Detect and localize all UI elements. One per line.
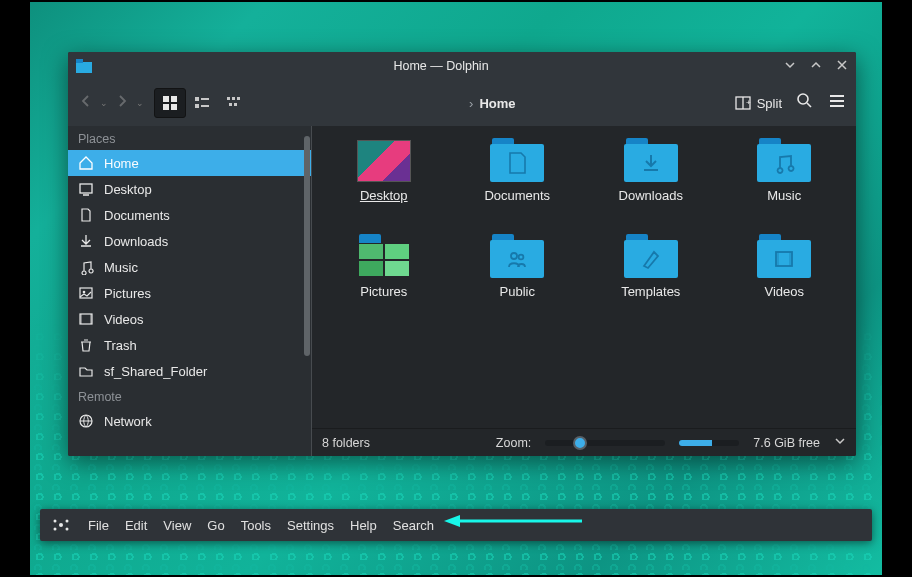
svg-rect-8	[195, 104, 199, 108]
sidebar-item-music[interactable]: Music	[68, 254, 311, 280]
breadcrumb-home[interactable]: Home	[479, 96, 515, 111]
folder-public[interactable]: Public	[454, 234, 582, 330]
sidebar-item-network[interactable]: Network	[68, 408, 311, 434]
svg-rect-9	[201, 105, 209, 107]
svg-point-36	[59, 523, 63, 527]
folder-content-area: DesktopDocumentsDownloadsMusicPicturesPu…	[312, 126, 856, 456]
menu-edit[interactable]: Edit	[125, 518, 147, 533]
icons-view-button[interactable]	[154, 88, 186, 118]
folder-label: Documents	[484, 188, 550, 203]
menu-tools[interactable]: Tools	[241, 518, 271, 533]
dolphin-window: Home — Dolphin ⌄ ⌄ › Home	[68, 52, 856, 456]
folder-desktop[interactable]: Desktop	[320, 138, 448, 234]
sidebar-item-label: Network	[104, 414, 152, 429]
sidebar-item-documents[interactable]: Documents	[68, 202, 311, 228]
svg-rect-1	[76, 59, 83, 63]
sidebar-scrollbar[interactable]	[303, 126, 311, 456]
sidebar-item-label: Downloads	[104, 234, 168, 249]
svg-rect-6	[195, 97, 199, 101]
menu-go[interactable]: Go	[207, 518, 224, 533]
svg-text:+: +	[746, 98, 751, 107]
disk-usage-bar	[679, 440, 739, 446]
svg-rect-13	[229, 103, 232, 106]
remote-header: Remote	[68, 384, 311, 408]
svg-rect-12	[237, 97, 240, 100]
minimize-button[interactable]	[784, 59, 796, 74]
zoom-label: Zoom:	[496, 436, 531, 450]
folder-label: Pictures	[360, 284, 407, 299]
titlebar[interactable]: Home — Dolphin	[68, 52, 856, 80]
sidebar-item-label: Home	[104, 156, 139, 171]
sidebar-item-shared-folder[interactable]: sf_Shared_Folder	[68, 358, 311, 384]
sidebar-item-label: Pictures	[104, 286, 151, 301]
hamburger-menu-button[interactable]	[828, 92, 846, 114]
sidebar-item-desktop[interactable]: Desktop	[68, 176, 311, 202]
compact-view-button[interactable]	[186, 88, 218, 118]
svg-rect-10	[227, 97, 230, 100]
svg-point-18	[798, 94, 808, 104]
menu-search[interactable]: Search	[393, 518, 434, 533]
svg-rect-14	[234, 103, 237, 106]
search-button[interactable]	[796, 92, 814, 114]
menu-settings[interactable]: Settings	[287, 518, 334, 533]
split-view-button[interactable]: + Split	[735, 95, 782, 111]
svg-rect-34	[776, 252, 779, 266]
maximize-button[interactable]	[810, 59, 822, 74]
folder-documents[interactable]: Documents	[454, 138, 582, 234]
sidebar-item-home[interactable]: Home	[68, 150, 311, 176]
folder-templates[interactable]: Templates	[587, 234, 715, 330]
folder-music[interactable]: Music	[721, 138, 849, 234]
sidebar-item-label: sf_Shared_Folder	[104, 364, 207, 379]
svg-rect-11	[232, 97, 235, 100]
disk-free-label: 7.6 GiB free	[753, 436, 820, 450]
folder-label: Public	[500, 284, 535, 299]
menu-file[interactable]: File	[88, 518, 109, 533]
folder-label: Music	[767, 188, 801, 203]
svg-rect-35	[789, 252, 792, 266]
breadcrumb-separator-icon: ›	[469, 96, 473, 111]
svg-rect-23	[80, 184, 92, 193]
svg-rect-2	[163, 96, 169, 102]
folder-label: Desktop	[360, 188, 408, 203]
svg-point-38	[66, 520, 69, 523]
forward-history-dropdown[interactable]: ⌄	[136, 98, 144, 108]
statusbar-menu-button[interactable]	[834, 435, 846, 450]
window-title: Home — Dolphin	[98, 59, 784, 73]
folder-label: Videos	[764, 284, 804, 299]
svg-rect-5	[171, 104, 177, 110]
sidebar-item-label: Documents	[104, 208, 170, 223]
forward-button[interactable]	[114, 93, 130, 113]
sidebar-item-downloads[interactable]: Downloads	[68, 228, 311, 254]
svg-rect-7	[201, 98, 209, 100]
svg-rect-4	[163, 104, 169, 110]
svg-point-39	[54, 528, 57, 531]
back-history-dropdown[interactable]: ⌄	[100, 98, 108, 108]
svg-marker-42	[444, 515, 460, 527]
menu-help[interactable]: Help	[350, 518, 377, 533]
close-button[interactable]	[836, 59, 848, 74]
menu-view[interactable]: View	[163, 518, 191, 533]
places-header: Places	[68, 126, 311, 150]
sidebar-item-pictures[interactable]: Pictures	[68, 280, 311, 306]
item-count: 8 folders	[322, 436, 370, 450]
svg-point-37	[54, 520, 57, 523]
folder-videos[interactable]: Videos	[721, 234, 849, 330]
sidebar-item-videos[interactable]: Videos	[68, 306, 311, 332]
folder-pictures[interactable]: Pictures	[320, 234, 448, 330]
details-view-button[interactable]	[218, 88, 250, 118]
dolphin-app-icon	[76, 59, 92, 73]
sidebar-item-label: Music	[104, 260, 138, 275]
zoom-slider[interactable]	[545, 440, 665, 446]
sidebar-item-label: Trash	[104, 338, 137, 353]
places-sidebar: Places Home Desktop Documents Downloads …	[68, 126, 312, 456]
svg-rect-29	[90, 314, 92, 324]
svg-point-40	[66, 528, 69, 531]
back-button[interactable]	[78, 93, 94, 113]
folder-downloads[interactable]: Downloads	[587, 138, 715, 234]
application-launcher-icon[interactable]	[50, 514, 72, 536]
svg-point-31	[511, 253, 517, 259]
sidebar-item-trash[interactable]: Trash	[68, 332, 311, 358]
sidebar-item-label: Desktop	[104, 182, 152, 197]
svg-point-32	[519, 255, 524, 260]
breadcrumb[interactable]: › Home	[258, 96, 727, 111]
